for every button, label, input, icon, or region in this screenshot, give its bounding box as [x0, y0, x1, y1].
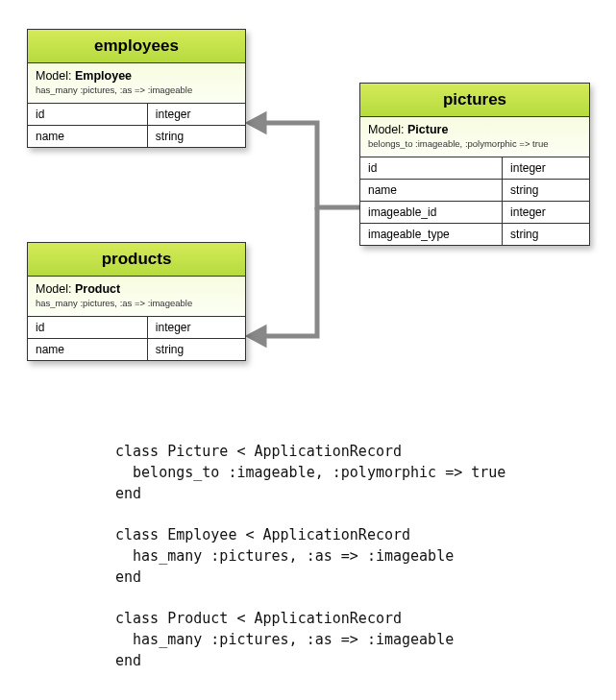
entity-meta: Model: Product has_many :pictures, :as =…: [28, 277, 245, 317]
field-type: integer: [503, 157, 589, 180]
entity-title: pictures: [360, 84, 589, 117]
field-type: string: [147, 339, 245, 361]
diagram-canvas: employees Model: Employee has_many :pict…: [0, 0, 616, 700]
code-block: class Picture < ApplicationRecord belong…: [115, 442, 505, 671]
entity-meta: Model: Picture belongs_to :imageable, :p…: [360, 117, 589, 157]
model-label: Model:: [368, 123, 405, 136]
table-row: id integer: [28, 317, 245, 339]
field-type: integer: [503, 202, 589, 224]
table-row: imageable_id integer: [360, 202, 589, 224]
model-label: Model:: [36, 69, 72, 83]
entity-title: products: [28, 243, 245, 277]
field-name: imageable_id: [360, 202, 503, 224]
entity-products: products Model: Product has_many :pictur…: [27, 242, 246, 361]
fields-table: id integer name string imageable_id inte…: [360, 157, 589, 245]
field-type: string: [147, 126, 245, 148]
field-type: string: [503, 224, 589, 246]
field-name: imageable_type: [360, 224, 503, 246]
table-row: name string: [28, 339, 245, 361]
field-name: name: [360, 180, 503, 202]
svg-marker-0: [250, 115, 264, 131]
field-name: id: [28, 317, 147, 339]
model-name: Employee: [75, 69, 132, 83]
association-text: belongs_to :imageable, :polymorphic => t…: [368, 138, 581, 149]
fields-table: id integer name string: [28, 104, 245, 147]
field-name: id: [360, 157, 503, 180]
table-row: id integer: [360, 157, 589, 180]
entity-title: employees: [28, 30, 245, 63]
association-text: has_many :pictures, :as => :imageable: [36, 298, 237, 308]
table-row: name string: [360, 180, 589, 202]
entity-meta: Model: Employee has_many :pictures, :as …: [28, 63, 245, 104]
model-name: Product: [75, 282, 120, 296]
field-name: name: [28, 339, 147, 361]
svg-marker-1: [250, 328, 264, 344]
table-row: imageable_type string: [360, 224, 589, 246]
model-label: Model:: [36, 282, 72, 296]
field-name: id: [28, 104, 147, 126]
field-type: integer: [147, 317, 245, 339]
table-row: id integer: [28, 104, 245, 126]
field-type: string: [503, 180, 589, 202]
fields-table: id integer name string: [28, 317, 245, 360]
association-text: has_many :pictures, :as => :imageable: [36, 84, 237, 95]
field-name: name: [28, 126, 147, 148]
table-row: name string: [28, 126, 245, 148]
field-type: integer: [147, 104, 245, 126]
entity-employees: employees Model: Employee has_many :pict…: [27, 29, 246, 148]
entity-pictures: pictures Model: Picture belongs_to :imag…: [359, 83, 590, 246]
model-name: Picture: [407, 123, 448, 136]
